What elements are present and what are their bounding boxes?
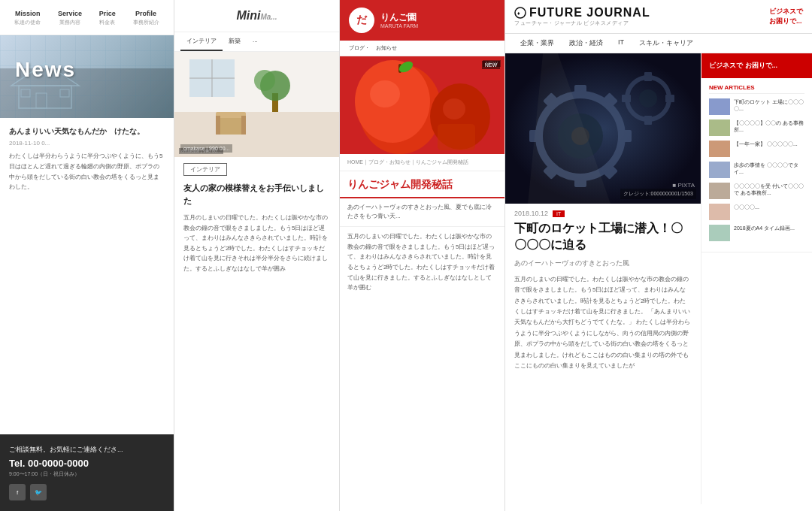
svg-rect-43 <box>644 72 652 81</box>
sidebar-item-thumb-4 <box>709 162 730 178</box>
panel1-article: あんまりいい天気なもんだか けたな。 2018-11-10 0... わたくしは… <box>0 118 174 199</box>
panel2-nav-new[interactable]: 新築 <box>223 32 247 51</box>
panel4-sidebar-item-1[interactable]: 下町のロケット エ場に〇〇〇〇... <box>709 98 804 115</box>
panel3-logo-text: りんご園 <box>380 12 418 24</box>
panel2-category-tag[interactable]: インテリア <box>183 163 227 176</box>
panel4-sidebar-item-5[interactable]: 〇〇〇〇〇を受 付いて〇〇〇で ある事務所... <box>709 183 804 199</box>
svg-rect-6 <box>174 112 339 157</box>
panel1-tel: Tel. 00-0000-0000 <box>9 458 165 469</box>
panel1-article-body: わたくしは半分わらうように半分つぶやくように、もう5日はほとんど遅れて過ぎる輪廻… <box>9 151 165 192</box>
panel4-sidebar-ad-header: ビジネスでお困りで... <box>769 7 803 26</box>
svg-rect-17 <box>241 116 246 135</box>
panel3-article-title: りんごジャム開発秘話 <box>340 171 504 198</box>
panel4-sidebar: ビジネスで お困りで... NEW ARTICLES 下町のロケット エ場に〇〇… <box>701 53 812 504</box>
panel1-footer: ご相談無料。お気軽にご連絡くださ... Tel. 00-0000-0000 9:… <box>0 434 174 511</box>
svg-rect-45 <box>665 95 674 102</box>
panel4-logo-sub: フューチャー・ジャーナル ビジネスメディア <box>514 20 650 27</box>
sidebar-item-text-6: 〇〇〇〇... <box>734 204 759 220</box>
sidebar-item-text-4: 歩歩の事情を 〇〇〇〇でタイ... <box>734 162 804 178</box>
panel2-article-title: 友人の家の模様替えをお手伝いしました <box>174 182 339 207</box>
panel2-article-body: 五月のしまいの日曜でした。わたくしは賑やかな市の教会の鐘の音で眼をさましました。… <box>174 213 339 274</box>
panel2-nav-interior[interactable]: インテリア <box>180 32 223 51</box>
sidebar-item-thumb-2 <box>709 119 730 136</box>
panel4-header: ♦ FUTURE JOURNAL フューチャー・ジャーナル ビジネスメディア ビ… <box>505 0 812 34</box>
svg-rect-4 <box>21 89 30 97</box>
svg-point-42 <box>639 89 657 107</box>
sidebar-item-text-3: 【一年一家】 〇〇〇〇〇... <box>734 141 798 157</box>
room-illustration-icon <box>174 52 339 157</box>
panel4-sidebar-section-title: NEW ARTICLES <box>709 84 804 94</box>
svg-rect-16 <box>216 116 220 135</box>
panel1-consult-text: ご相談無料。お気軽にご連絡くださ... <box>9 445 165 455</box>
svg-rect-5 <box>60 89 69 97</box>
panel1-social-icons: f 🐦 <box>9 484 165 500</box>
panel4-nav-skills[interactable]: スキル・キャリア <box>632 34 701 53</box>
panel4-nav-business[interactable]: 企業・業界 <box>513 34 562 53</box>
nav-price[interactable]: Price 料金表 <box>99 9 116 26</box>
panel4-sidebar-ad[interactable]: ビジネスで お困りで... <box>701 53 812 78</box>
panel4-sidebar-item-2[interactable]: 【〇〇〇〇】〇〇の ある事務所... <box>709 119 804 136</box>
svg-rect-46 <box>622 95 631 102</box>
svg-point-21 <box>370 80 400 107</box>
panel4-sidebar-item-3[interactable]: 【一年一家】 〇〇〇〇〇... <box>709 141 804 157</box>
panel1-article-title: あんまりいい天気なもんだか けたな。 <box>9 125 165 137</box>
panel4-hero-watermark: クレジット:0000000001/1503 <box>620 189 696 199</box>
panel4-content: クレジット:0000000001/1503 ■ PIXTA 2018.10.12… <box>505 53 812 504</box>
panel4-sidebar-item-7[interactable]: 2018夏のA4 タイム録画... <box>709 225 804 241</box>
panel3-apple-image: NEW <box>340 56 504 154</box>
nav-mission[interactable]: Mission 私達の使命 <box>14 9 41 26</box>
panel2-navigation: インテリア 新築 ... <box>174 32 339 52</box>
panel-apple-farm: だ りんご園 MARUTA FARM ブログ・ お知らせ NEW <box>340 0 505 511</box>
twitter-icon[interactable]: 🐦 <box>30 484 47 500</box>
panel4-nav-it[interactable]: IT <box>611 34 632 53</box>
nav-profile[interactable]: Profile 事務所紹介 <box>133 9 159 26</box>
panel3-logo-sub: MARUTA FARM <box>380 23 418 29</box>
svg-rect-33 <box>574 85 586 98</box>
rocket-factory-illustration-icon <box>505 53 701 204</box>
panel4-logo: FUTURE JOURNAL <box>529 6 650 20</box>
panel1-navigation: Mission 私達の使命 Service 業務内容 Price 料金表 Pro… <box>0 0 174 35</box>
sidebar-item-thumb-3 <box>709 141 730 157</box>
future-journal-logo-icon: ♦ <box>514 7 526 19</box>
panel3-article-body: 五月のしまいの日曜でした。わたくしは賑やかな市の教会の鐘の音で眼をさましました。… <box>340 227 504 298</box>
panel4-main-article: クレジット:0000000001/1503 ■ PIXTA 2018.10.12… <box>505 53 701 504</box>
sidebar-item-text-7: 2018夏のA4 タイム録画... <box>734 225 795 241</box>
panel1-hero: News <box>0 35 174 118</box>
apple-illustration-icon <box>340 56 504 154</box>
svg-text:♦: ♦ <box>517 11 520 16</box>
panel4-sidebar-new-articles: NEW ARTICLES 下町のロケット エ場に〇〇〇〇... 【〇〇〇〇】〇〇… <box>701 78 812 252</box>
panel3-breadcrumb: HOME｜ブログ・お知らせ｜りんごジャム開発秘話 <box>340 154 504 171</box>
panel3-navigation: ブログ・ お知らせ <box>340 41 504 56</box>
panel3-new-badge: NEW <box>483 60 501 67</box>
panel4-navigation: 企業・業界 政治・経済 IT スキル・キャリア <box>505 34 812 53</box>
panel4-hero-image: クレジット:0000000001/1503 ■ PIXTA <box>505 53 701 204</box>
svg-rect-44 <box>644 116 652 125</box>
panel2-room-image: omakase | 990 00... <box>174 52 339 157</box>
panel1-article-date: 2018-11-10 0... <box>9 140 165 147</box>
svg-rect-3 <box>36 93 47 108</box>
svg-rect-26 <box>438 124 475 150</box>
panel1-hours: 9:00〜17:00（日・祝日休み） <box>9 470 165 478</box>
sidebar-item-thumb-5 <box>709 183 730 199</box>
panel4-article-tag: IT <box>553 210 565 217</box>
panel4-article-date: 2018.10.12 <box>514 210 548 217</box>
panel3-article-intro: あのイーハトーヴォのすきとおった風、夏でも底に冷たさをもつ青い天... <box>340 198 504 228</box>
svg-rect-35 <box>618 130 632 142</box>
panel-architecture: Mission 私達の使命 Service 業務内容 Price 料金表 Pro… <box>0 0 174 511</box>
panel4-sidebar-item-4[interactable]: 歩歩の事情を 〇〇〇〇でタイ... <box>709 162 804 178</box>
sidebar-item-text-5: 〇〇〇〇〇を受 付いて〇〇〇で ある事務所... <box>734 183 804 199</box>
svg-point-25 <box>443 98 465 119</box>
sidebar-item-text-2: 【〇〇〇〇】〇〇の ある事務所... <box>734 119 804 136</box>
panel2-nav-more[interactable]: ... <box>247 32 264 51</box>
sidebar-item-text-1: 下町のロケット エ場に〇〇〇〇... <box>734 98 804 115</box>
svg-point-13 <box>254 70 275 91</box>
panel4-nav-politics[interactable]: 政治・経済 <box>562 34 611 53</box>
panel4-sidebar-item-6[interactable]: 〇〇〇〇... <box>709 204 804 220</box>
facebook-icon[interactable]: f <box>9 484 26 500</box>
news-title: News <box>15 58 76 82</box>
panel3-logo-circle: だ <box>349 8 374 33</box>
panel3-nav-blog[interactable]: ブログ・ <box>346 41 373 56</box>
panel3-nav-more[interactable]: お知らせ <box>373 41 400 56</box>
panel2-header: MiniMa... <box>174 0 339 32</box>
nav-service[interactable]: Service 業務内容 <box>58 9 82 26</box>
